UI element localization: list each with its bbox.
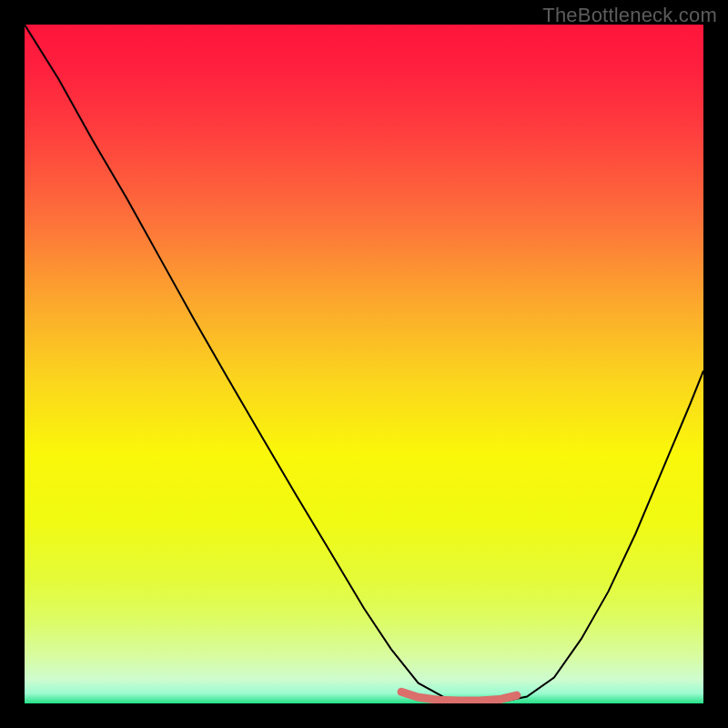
chart-frame: TheBottleneck.com [0, 0, 728, 728]
chart-plot-area [25, 25, 703, 703]
chart-svg [25, 25, 703, 703]
